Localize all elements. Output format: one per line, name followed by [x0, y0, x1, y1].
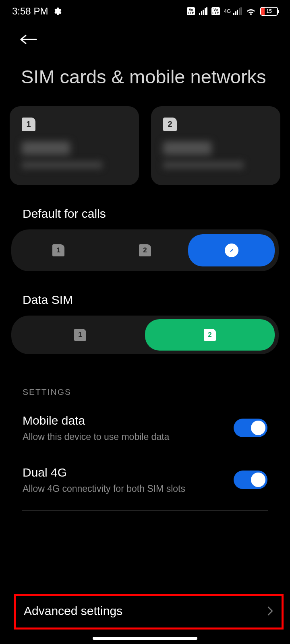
home-indicator[interactable]: [93, 637, 197, 640]
sim2-number-blurred: [163, 161, 244, 169]
sim-cards-row: 1 2: [0, 106, 290, 185]
advanced-settings-row[interactable]: Advanced settings: [24, 604, 273, 618]
sim1-number-blurred: [22, 161, 102, 169]
settings-header: SETTINGS: [0, 354, 290, 402]
chevron-right-icon: [267, 605, 273, 617]
volte-sim1-icon: VoLTE: [187, 7, 195, 15]
sim-card-2[interactable]: 2: [151, 106, 280, 185]
data-sim-label: Data SIM: [0, 271, 290, 316]
sim-chip-icon: 2: [139, 244, 151, 256]
signal-sim2-icon: [233, 7, 242, 15]
setting-subtitle: Allow this device to use mobile data: [23, 431, 169, 442]
wifi-icon: [246, 7, 256, 16]
back-button[interactable]: [19, 32, 39, 47]
status-time: 3:58 PM: [12, 6, 48, 17]
sim-card-1[interactable]: 1: [10, 106, 139, 185]
setting-mobile-data[interactable]: Mobile data Allow this device to use mob…: [0, 402, 290, 454]
battery-level: 15: [261, 8, 277, 14]
battery-icon: 15: [260, 7, 278, 16]
volte-sim2-icon: VoLTE: [211, 7, 220, 15]
network-type-label: 4G: [224, 9, 231, 13]
dual-4g-toggle[interactable]: [234, 471, 267, 489]
data-sim-1[interactable]: 1: [15, 319, 145, 351]
sim1-carrier-blurred: [22, 142, 70, 155]
status-bar: 3:58 PM VoLTE VoLTE 4G 15: [0, 0, 290, 21]
setting-dual-4g[interactable]: Dual 4G Allow 4G connectivity for both S…: [0, 454, 290, 506]
sim-chip-icon: 2: [163, 118, 177, 131]
default-calls-segmented: 1 2: [11, 229, 279, 271]
advanced-settings-label: Advanced settings: [24, 604, 122, 618]
data-sim-2[interactable]: 2: [145, 319, 275, 351]
sim-chip-icon: 2: [204, 329, 216, 341]
default-calls-sim1[interactable]: 1: [15, 234, 102, 266]
sim2-carrier-blurred: [163, 142, 211, 155]
sim-chip-icon: 1: [22, 118, 35, 131]
signal-sim1-icon: [199, 7, 207, 15]
sim-chip-icon: 1: [74, 329, 86, 341]
default-calls-sim2[interactable]: 2: [102, 234, 188, 266]
setting-title: Mobile data: [23, 414, 169, 427]
gear-icon: [53, 7, 62, 16]
page-title: SIM cards & mobile networks: [0, 52, 290, 106]
mobile-data-toggle[interactable]: [234, 419, 267, 437]
setting-title: Dual 4G: [23, 466, 185, 479]
no-preference-icon: [225, 244, 238, 257]
data-sim-segmented: 1 2: [11, 316, 279, 354]
advanced-settings-highlight: Advanced settings: [14, 594, 284, 630]
setting-subtitle: Allow 4G connectivity for both SIM slots: [23, 483, 185, 494]
divider: [22, 510, 268, 511]
default-calls-ask[interactable]: [188, 234, 275, 266]
sim-chip-icon: 1: [52, 244, 64, 256]
default-calls-label: Default for calls: [0, 185, 290, 229]
